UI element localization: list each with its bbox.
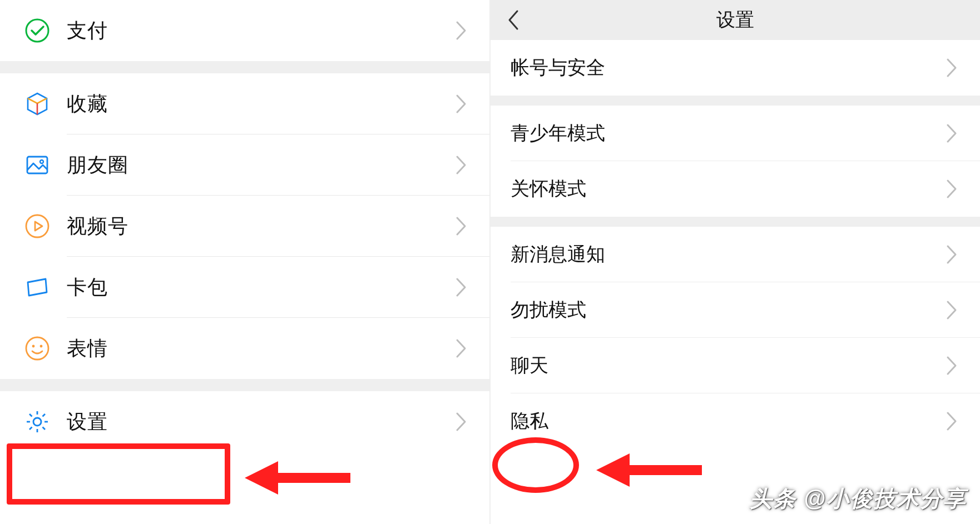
chevron-right-icon [455, 93, 467, 114]
row-teen-mode[interactable]: 青少年模式 [491, 106, 980, 161]
svg-point-2 [40, 160, 43, 163]
chevron-right-icon [946, 411, 958, 432]
watermark-text: 头条 @小俊技术分享 [750, 483, 967, 514]
row-chat-label: 聊天 [511, 353, 946, 378]
row-favorites-label: 收藏 [67, 91, 455, 118]
chevron-right-icon [455, 411, 467, 432]
svg-point-6 [40, 345, 43, 348]
svg-rect-1 [27, 157, 47, 173]
smiley-icon [24, 336, 67, 361]
row-dnd[interactable]: 勿扰模式 [491, 282, 980, 338]
svg-marker-11 [596, 453, 630, 487]
wallet-icon [24, 275, 67, 300]
row-new-msg-notify-label: 新消息通知 [511, 242, 946, 267]
header-title: 设置 [491, 7, 980, 33]
row-teen-mode-label: 青少年模式 [511, 121, 946, 146]
row-moments[interactable]: 朋友圈 [0, 134, 489, 196]
section-gap [0, 61, 489, 73]
row-account-security-label: 帐号与安全 [511, 55, 946, 81]
row-channels-label: 视频号 [67, 213, 455, 240]
play-circle-icon [24, 213, 67, 239]
svg-point-3 [26, 215, 48, 237]
row-cards-label: 卡包 [67, 274, 455, 301]
row-settings-label: 设置 [67, 408, 455, 436]
svg-point-7 [33, 418, 41, 426]
row-pay-label: 支付 [67, 17, 455, 44]
header-bar: 设置 [491, 0, 980, 40]
chevron-right-icon [455, 154, 467, 176]
row-new-msg-notify[interactable]: 新消息通知 [491, 227, 980, 282]
row-channels[interactable]: 视频号 [0, 196, 489, 257]
svg-marker-9 [245, 461, 278, 495]
section-gap [0, 379, 489, 391]
chevron-right-icon [946, 244, 958, 265]
chevron-right-icon [455, 216, 467, 237]
chevron-right-icon [455, 338, 467, 359]
chevron-right-icon [946, 178, 958, 199]
gear-icon [24, 409, 67, 435]
highlight-rect [7, 443, 230, 505]
row-settings[interactable]: 设置 [0, 391, 489, 452]
chevron-right-icon [946, 300, 958, 321]
section-gap [491, 96, 980, 106]
chevron-right-icon [455, 277, 467, 298]
arrow-annotation [596, 448, 707, 495]
svg-point-5 [32, 345, 35, 348]
row-stickers-label: 表情 [67, 335, 455, 362]
row-stickers[interactable]: 表情 [0, 318, 489, 379]
arrow-annotation [245, 456, 356, 502]
svg-point-4 [26, 337, 48, 360]
right-screen: 设置 帐号与安全 青少年模式 关怀模式 新消息通知 [491, 0, 980, 524]
row-chat[interactable]: 聊天 [491, 338, 980, 393]
back-button[interactable] [502, 9, 524, 31]
row-account-security[interactable]: 帐号与安全 [491, 40, 980, 96]
cube-icon [24, 91, 67, 117]
row-dnd-label: 勿扰模式 [511, 297, 946, 323]
picture-icon [24, 152, 67, 178]
chevron-right-icon [946, 123, 958, 144]
section-gap [491, 217, 980, 227]
row-pay[interactable]: 支付 [0, 0, 489, 61]
svg-point-0 [26, 19, 48, 42]
chevron-right-icon [946, 355, 958, 376]
row-privacy[interactable]: 隐私 [491, 393, 980, 449]
row-moments-label: 朋友圈 [67, 152, 455, 179]
chevron-right-icon [455, 20, 467, 41]
row-care-mode-label: 关怀模式 [511, 176, 946, 202]
row-privacy-label: 隐私 [511, 408, 946, 434]
row-cards[interactable]: 卡包 [0, 257, 489, 318]
row-favorites[interactable]: 收藏 [0, 73, 489, 134]
wechat-pay-icon [24, 18, 67, 43]
left-screen: 支付 收藏 [0, 0, 491, 524]
chevron-right-icon [946, 57, 958, 78]
row-care-mode[interactable]: 关怀模式 [491, 161, 980, 217]
